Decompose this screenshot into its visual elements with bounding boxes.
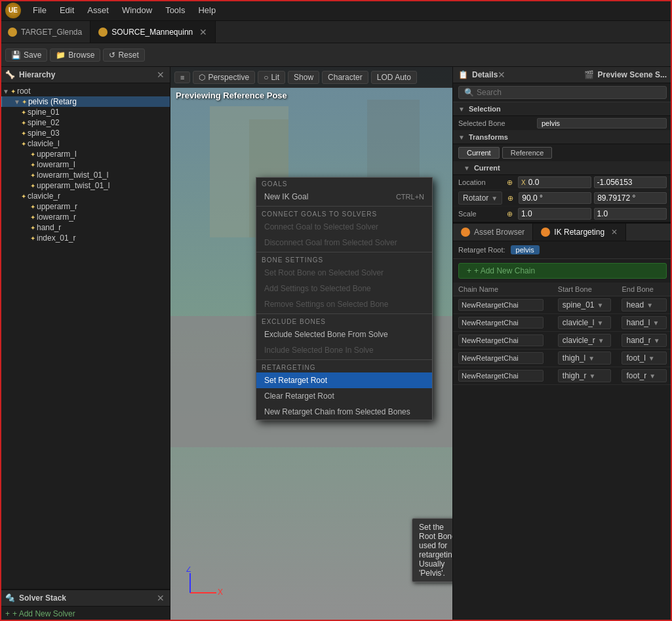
add-solver-button[interactable]: + + Add New Solver	[0, 607, 170, 621]
tree-item-spine01[interactable]: ✦ spine_01	[0, 107, 170, 117]
ctx-label-new-retarget-chain: New Retarget Chain from Selected Bones	[264, 407, 410, 416]
tree-item-lowerarm-r[interactable]: ✦ lowerarm_r	[0, 212, 170, 222]
chain-start-4[interactable]: thigh_r ▼	[553, 367, 617, 385]
details-close[interactable]: ✕	[498, 70, 505, 80]
tab-asset-browser[interactable]: Asset Browser	[453, 224, 533, 241]
ctx-item-new-ik-goal[interactable]: New IK Goal CTRL+N	[256, 189, 432, 205]
context-menu[interactable]: GOALS New IK Goal CTRL+N CONNECT GOALS T…	[256, 177, 433, 420]
location-y-value[interactable]: -1.056153	[594, 176, 667, 188]
chain-start-1[interactable]: clavicle_l ▼	[553, 314, 617, 332]
scale-y-value[interactable]: 1.0	[594, 208, 667, 220]
chain-name-input-2[interactable]	[458, 334, 544, 346]
tab-ik-retargeting[interactable]: IK Retargeting ✕	[533, 224, 626, 241]
tree-item-clavicle-r[interactable]: ✦ clavicle_r	[0, 191, 170, 201]
location-x-value[interactable]: X 0.0	[518, 176, 591, 188]
ik-retargeting-close[interactable]: ✕	[611, 228, 618, 237]
tree-item-pelvis[interactable]: ▼ ✦ pelvis (Retarg	[0, 96, 170, 107]
chain-end-3[interactable]: foot_l ▼	[616, 350, 672, 367]
current-btn[interactable]: Current	[458, 147, 500, 159]
hierarchy-close[interactable]: ✕	[157, 70, 165, 80]
chain-start-3[interactable]: thigh_l ▼	[553, 350, 617, 367]
hierarchy-tree[interactable]: ▼ ✦ root ▼ ✦ pelvis (Retarg ✦ spine_01 ✦…	[0, 83, 170, 589]
start-bone-dropdown-4[interactable]: thigh_r ▼	[558, 369, 612, 382]
rotation-y-value[interactable]: 89.79172 °	[594, 192, 667, 204]
tree-item-spine03[interactable]: ✦ spine_03	[0, 128, 170, 138]
arrow-root[interactable]: ▼	[3, 88, 9, 95]
ctx-item-clear-retarget-root[interactable]: Clear Retarget Root	[256, 388, 432, 404]
chain-name-input-3[interactable]	[458, 352, 544, 364]
scale-x-value[interactable]: 1.0	[518, 208, 591, 220]
tab-close-source[interactable]: ✕	[199, 27, 207, 37]
viewport[interactable]: ≡ ⬡ Perspective ○ Lit Show Character LOD…	[170, 67, 452, 621]
end-bone-dropdown-3[interactable]: foot_l ▼	[622, 351, 667, 365]
chain-name-input-1[interactable]	[458, 317, 544, 329]
end-bone-dropdown-0[interactable]: head ▼	[622, 298, 667, 311]
ctx-item-exclude-bone[interactable]: Exclude Selected Bone From Solve	[256, 327, 432, 342]
chain-name-1[interactable]	[453, 314, 553, 332]
current-section-header[interactable]: ▼ Current	[453, 161, 672, 175]
chain-name-3[interactable]	[453, 350, 553, 367]
character-btn[interactable]: Character	[322, 71, 368, 84]
menu-window[interactable]: Window	[115, 5, 159, 15]
end-bone-dropdown-1[interactable]: hand_l ▼	[622, 316, 667, 329]
lod-btn[interactable]: LOD Auto	[371, 71, 417, 84]
end-bone-dropdown-4[interactable]: foot_r ▼	[622, 369, 667, 382]
tree-item-index01r[interactable]: ✦ index_01_r	[0, 233, 170, 243]
tree-item-upperarm-l[interactable]: ✦ upperarm_l	[0, 149, 170, 159]
search-bar[interactable]: 🔍	[458, 86, 667, 99]
chain-end-0[interactable]: head ▼	[616, 296, 672, 314]
chain-start-0[interactable]: spine_01 ▼	[553, 296, 617, 314]
browse-button[interactable]: 📁 Browse	[50, 49, 100, 62]
chain-name-0[interactable]	[453, 296, 553, 314]
show-btn[interactable]: Show	[288, 71, 319, 84]
perspective-label: Perspective	[208, 73, 249, 82]
tree-item-root[interactable]: ▼ ✦ root	[0, 86, 170, 96]
chain-end-1[interactable]: hand_l ▼	[616, 314, 672, 332]
end-bone-dropdown-2[interactable]: hand_r ▼	[622, 334, 667, 347]
tab-source[interactable]: SOURCE_Mannequinn ✕	[90, 21, 216, 43]
chain-end-2[interactable]: hand_r ▼	[616, 332, 672, 350]
chain-end-4[interactable]: foot_r ▼	[616, 367, 672, 385]
lit-label: Lit	[271, 73, 279, 82]
tree-item-lowerarm-l[interactable]: ✦ lowerarm_l	[0, 159, 170, 170]
reset-button[interactable]: ↺ Reset	[103, 49, 144, 62]
tab-target[interactable]: TARGET_Glenda	[0, 21, 90, 43]
chain-name-2[interactable]	[453, 332, 553, 350]
menu-edit[interactable]: Edit	[53, 5, 81, 15]
start-bone-dropdown-3[interactable]: thigh_l ▼	[558, 351, 612, 365]
lit-btn[interactable]: ○ Lit	[258, 71, 285, 84]
selection-section-header[interactable]: ▼ Selection	[453, 102, 672, 116]
start-bone-dropdown-0[interactable]: spine_01 ▼	[558, 298, 612, 311]
start-bone-dropdown-1[interactable]: clavicle_l ▼	[558, 316, 612, 329]
ctx-item-set-retarget-root[interactable]: Set Retarget Root	[256, 372, 432, 388]
tree-item-hand-r[interactable]: ✦ hand_r	[0, 222, 170, 233]
menu-file[interactable]: File	[26, 5, 53, 15]
chain-start-2[interactable]: clavicle_r ▼	[553, 332, 617, 350]
menu-help[interactable]: Help	[191, 5, 222, 15]
arrow-pelvis[interactable]: ▼	[14, 98, 20, 106]
perspective-btn[interactable]: ⬡ Perspective	[193, 71, 255, 84]
solver-close[interactable]: ✕	[157, 593, 165, 603]
rotation-x-value[interactable]: 90.0 °	[519, 192, 591, 204]
reference-btn[interactable]: Reference	[502, 147, 553, 159]
transforms-section-header[interactable]: ▼ Transforms	[453, 130, 672, 144]
tree-item-spine02[interactable]: ✦ spine_02	[0, 117, 170, 128]
retarget-root-label: Retarget Root:	[458, 246, 505, 254]
search-input[interactable]	[477, 88, 661, 97]
start-bone-dropdown-2[interactable]: clavicle_r ▼	[558, 334, 612, 347]
ctx-item-new-retarget-chain[interactable]: New Retarget Chain from Selected Bones	[256, 404, 432, 420]
menu-asset[interactable]: Asset	[81, 5, 115, 15]
tree-item-clavicle-l[interactable]: ✦ clavicle_l	[0, 138, 170, 149]
tree-item-upperarm-r[interactable]: ✦ upperarm_r	[0, 201, 170, 212]
chain-name-input-4[interactable]	[458, 370, 544, 382]
rotation-dropdown[interactable]: Rotator ▼	[458, 191, 502, 205]
bone-icon-hand-r: ✦	[30, 224, 35, 231]
add-chain-button[interactable]: + + Add New Chain	[458, 263, 667, 279]
tree-item-lowerarm-twist[interactable]: ✦ lowerarm_twist_01_l	[0, 170, 170, 180]
save-button[interactable]: 💾 Save	[5, 49, 47, 62]
tree-item-upperarm-twist[interactable]: ✦ upperarm_twist_01_l	[0, 180, 170, 191]
chain-name-4[interactable]	[453, 367, 553, 385]
menu-tools[interactable]: Tools	[159, 5, 191, 15]
chain-name-input-0[interactable]	[458, 299, 544, 311]
viewport-menu-btn[interactable]: ≡	[174, 71, 190, 83]
